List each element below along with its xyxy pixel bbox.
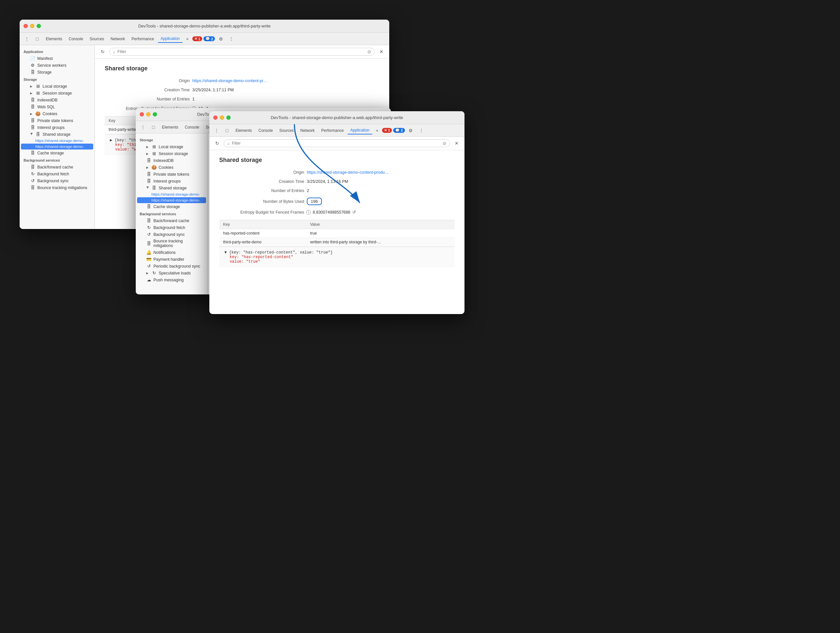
tab-elements-1[interactable]: Elements <box>43 35 65 43</box>
sidebar-item-cookies[interactable]: ▶ 🍪 Cookies <box>21 110 93 117</box>
tab-sources-3[interactable]: Sources <box>277 127 296 134</box>
filter-clear-icon-1[interactable]: ⊘ <box>367 49 371 54</box>
origin-value-1[interactable]: https://shared-storage-demo-content-pr… <box>192 79 268 83</box>
tab-console-3[interactable]: Console <box>256 127 275 134</box>
filter-clear-icon-3[interactable]: ⊘ <box>442 140 447 146</box>
filter-close-icon-3[interactable]: ✕ <box>452 139 461 148</box>
sidebar-item-indexeddb[interactable]: 🗄 IndexedDB <box>21 96 93 103</box>
tab-elements-3[interactable]: Elements <box>233 127 254 134</box>
device-icon-3[interactable]: □ <box>223 126 232 135</box>
sidebar-item-service-workers[interactable]: ⚙ Service workers <box>21 62 93 69</box>
device-icon-2[interactable]: □ <box>149 123 158 132</box>
sidebar-2: Storage ▶ ⊞ Local storage ▶ ⊞ Session st… <box>136 133 208 294</box>
close-button-3[interactable] <box>213 115 218 120</box>
minimize-button-2[interactable] <box>146 112 150 117</box>
close-button-2[interactable] <box>140 112 144 117</box>
sidebar-shared-url-2-2[interactable]: https://shared-storage-demo- <box>137 197 206 203</box>
sidebar-label-session-storage: Session storage <box>43 91 72 96</box>
cache-storage-icon: 🗄 <box>30 150 35 155</box>
sidebar-back-forward-2[interactable]: 🗄 Back/forward cache <box>137 217 206 224</box>
inspect-icon[interactable]: ⋮ <box>22 34 32 44</box>
sidebar-item-session-storage-2[interactable]: ▶ ⊞ Session storage <box>137 150 206 157</box>
traffic-lights-3[interactable] <box>213 115 231 120</box>
tab-network-1[interactable]: Network <box>108 35 128 43</box>
sidebar-label-service-workers: Service workers <box>37 63 66 68</box>
minimize-button-3[interactable] <box>220 115 224 120</box>
private-state-icon: 🗄 <box>30 118 35 123</box>
table-row-1-3[interactable]: has-reported-content true <box>219 229 455 238</box>
sidebar-speculative-loads-2[interactable]: ▶ ↻ Speculative loads <box>137 270 206 276</box>
sidebar-item-bounce-tracking[interactable]: 🗄 Bounce tracking mitigations <box>21 184 93 191</box>
more-options-icon-3[interactable]: ⋮ <box>417 126 426 135</box>
local-storage-icon: ⊞ <box>35 84 41 88</box>
sidebar-periodic-bg-sync-2[interactable]: ↺ Periodic background sync <box>137 263 206 270</box>
tab-console-2[interactable]: Console <box>182 124 202 131</box>
tab-network-3[interactable]: Network <box>298 127 317 134</box>
filter-close-icon-1[interactable]: ✕ <box>377 47 386 56</box>
inspect-icon-2[interactable]: ⋮ <box>138 123 147 132</box>
entropy-info-icon-3[interactable]: i <box>306 210 311 215</box>
refresh-icon-1[interactable]: ↻ <box>98 47 107 56</box>
tab-performance-1[interactable]: Performance <box>129 35 157 43</box>
close-button-1[interactable] <box>24 24 28 28</box>
tab-console-1[interactable]: Console <box>66 35 86 43</box>
sidebar-bg-fetch-2[interactable]: ↻ Background fetch <box>137 224 206 231</box>
push-messaging-icon-2: ☁ <box>146 278 152 282</box>
maximize-button-2[interactable] <box>153 112 157 117</box>
sidebar-item-indexeddb-2[interactable]: 🗄 IndexedDB <box>137 157 206 164</box>
sidebar-payment-handler-2[interactable]: 💳 Payment handler <box>137 256 206 263</box>
sidebar-item-session-storage[interactable]: ▶ ⊞ Session storage <box>21 90 93 96</box>
table-row-2-3[interactable]: third-party-write-demo written into thir… <box>219 238 455 247</box>
more-tabs-3[interactable]: » <box>374 127 381 134</box>
sidebar-item-shared-storage-2[interactable]: ▶ 🗄 Shared storage <box>137 185 206 191</box>
sidebar-item-bg-sync[interactable]: ↺ Background sync <box>21 177 93 184</box>
inspect-icon-3[interactable]: ⋮ <box>212 126 221 135</box>
sidebar-shared-url-1-2[interactable]: https://shared-storage-demo- <box>137 191 206 197</box>
more-tabs-1[interactable]: » <box>184 35 191 43</box>
sidebar-item-interest-groups-2[interactable]: 🗄 Interest groups <box>137 178 206 185</box>
sidebar-notifications-2[interactable]: 🔔 Notifications <box>137 249 206 256</box>
filter-input-3[interactable] <box>232 141 441 145</box>
sidebar-push-messaging-2[interactable]: ☁ Push messaging <box>137 276 206 283</box>
window-title-1: DevTools - shared-storage-demo-publisher… <box>138 24 271 28</box>
minimize-button-1[interactable] <box>30 24 34 28</box>
sidebar-item-storage[interactable]: 🗄 Storage <box>21 69 93 76</box>
sidebar-item-private-state-2[interactable]: 🗄 Private state tokens <box>137 171 206 178</box>
tab-application-3[interactable]: Application <box>348 126 372 134</box>
device-icon[interactable]: □ <box>33 34 42 44</box>
maximize-button-1[interactable] <box>36 24 41 28</box>
traffic-lights-1[interactable] <box>24 24 41 28</box>
sidebar-bounce-tracking-2[interactable]: 🗄 Bounce tracking mitigations <box>137 238 206 249</box>
settings-icon-1[interactable]: ⚙ <box>216 34 225 44</box>
maximize-button-3[interactable] <box>226 115 231 120</box>
settings-icon-3[interactable]: ⚙ <box>406 126 415 135</box>
traffic-lights-2[interactable] <box>140 112 157 117</box>
tab-elements-2[interactable]: Elements <box>159 124 181 131</box>
sidebar-item-cache-storage-2[interactable]: 🗄 Cache storage <box>137 203 206 210</box>
sidebar-item-shared-url-2[interactable]: https://shared-storage-demo- <box>21 144 93 150</box>
window-title-3: DevTools - shared-storage-demo-publisher… <box>271 115 403 120</box>
sidebar-item-cookies-2[interactable]: ▶ 🍪 Cookies <box>137 164 206 171</box>
sidebar-item-manifest[interactable]: 📄 Manifest <box>21 55 93 62</box>
sidebar-item-cache-storage[interactable]: 🗄 Cache storage <box>21 150 93 156</box>
tab-sources-1[interactable]: Sources <box>87 35 107 43</box>
origin-value-3[interactable]: https://shared-storage-demo-content-prod… <box>307 170 389 175</box>
sidebar-item-back-forward[interactable]: 🗄 Back/forward cache <box>21 164 93 170</box>
tab-application-1[interactable]: Application <box>158 35 183 43</box>
sidebar-item-shared-url-1[interactable]: https://shared-storage-demo- <box>21 138 93 144</box>
filter-input-1[interactable] <box>117 49 365 54</box>
sidebar-item-shared-storage[interactable]: ▶ 🗄 Shared storage <box>21 131 93 138</box>
more-options-icon-1[interactable]: ⋮ <box>227 34 236 44</box>
sidebar-item-private-state-tokens[interactable]: 🗄 Private state tokens <box>21 117 93 124</box>
entropy-reset-icon-3[interactable]: ↺ <box>352 210 356 215</box>
sidebar-item-interest-groups[interactable]: 🗄 Interest groups <box>21 124 93 131</box>
sidebar-item-local-storage[interactable]: ▶ ⊞ Local storage <box>21 83 93 90</box>
sidebar-bg-sync-2[interactable]: ↺ Background sync <box>137 231 206 238</box>
creation-time-value-3: 3/25/2024, 1:13:16 PM <box>307 179 348 184</box>
col-value-header-3: Value <box>306 220 455 229</box>
sidebar-item-local-storage-2[interactable]: ▶ ⊞ Local storage <box>137 143 206 150</box>
sidebar-item-websql[interactable]: 🗄 Web SQL <box>21 103 93 110</box>
refresh-icon-3[interactable]: ↻ <box>213 139 222 148</box>
tab-performance-3[interactable]: Performance <box>319 127 346 134</box>
sidebar-item-bg-fetch[interactable]: ↻ Background fetch <box>21 170 93 177</box>
